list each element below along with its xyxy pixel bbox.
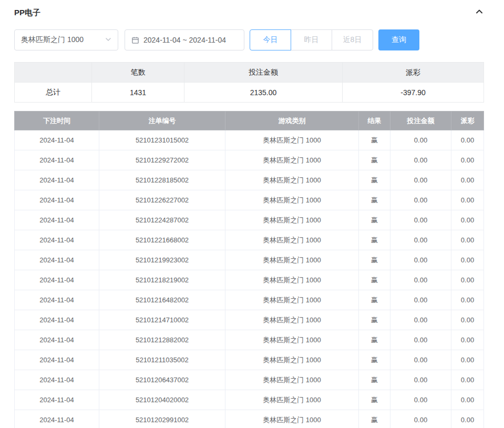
cell-game-type: 奥林匹斯之门 1000 xyxy=(225,330,359,350)
summary-header-row: 笔数 投注金额 派彩 xyxy=(15,63,484,83)
cell-payout: 0.00 xyxy=(451,170,484,190)
cell-payout: 0.00 xyxy=(451,130,484,150)
cell-payout: 0.00 xyxy=(451,230,484,250)
table-row: 2024-11-0452101202991002奥林匹斯之门 1000赢0.00… xyxy=(15,410,484,428)
collapse-button[interactable] xyxy=(475,7,484,18)
cell-bet-time: 2024-11-04 xyxy=(15,310,99,330)
cell-bet-time: 2024-11-04 xyxy=(15,190,99,210)
table-row: 2024-11-0452101204020002奥林匹斯之门 1000赢0.00… xyxy=(15,390,484,410)
cell-order-id: 52101219923002 xyxy=(99,250,225,270)
cell-bet-amount: 0.00 xyxy=(390,170,451,190)
cell-bet-time: 2024-11-04 xyxy=(15,230,99,250)
cell-bet-amount: 0.00 xyxy=(390,390,451,410)
cell-bet-amount: 0.00 xyxy=(390,130,451,150)
summary-total-row: 总计 1431 2135.00 -397.90 xyxy=(15,83,484,103)
cell-order-id: 52101231015002 xyxy=(99,130,225,150)
panel-title: PP电子 xyxy=(14,8,40,18)
cell-game-type: 奥林匹斯之门 1000 xyxy=(225,210,359,230)
cell-bet-time: 2024-11-04 xyxy=(15,330,99,350)
cell-result: 赢 xyxy=(359,170,390,190)
summary-header-bet-amount: 投注金额 xyxy=(184,63,343,83)
cell-result: 赢 xyxy=(359,250,390,270)
summary-header-count: 笔数 xyxy=(92,63,184,83)
cell-payout: 0.00 xyxy=(451,290,484,310)
cell-payout: 0.00 xyxy=(451,270,484,290)
table-row: 2024-11-0452101226227002奥林匹斯之门 1000赢0.00… xyxy=(15,190,484,210)
cell-payout: 0.00 xyxy=(451,330,484,350)
cell-game-type: 奥林匹斯之门 1000 xyxy=(225,250,359,270)
table-row: 2024-11-0452101221668002奥林匹斯之门 1000赢0.00… xyxy=(15,230,484,250)
cell-bet-time: 2024-11-04 xyxy=(15,210,99,230)
bet-records-table: 下注时间 注单编号 游戏类别 结果 投注金额 派彩 2024-11-045210… xyxy=(14,111,484,428)
panel-header: PP电子 xyxy=(14,6,484,19)
cell-bet-amount: 0.00 xyxy=(390,290,451,310)
table-row: 2024-11-0452101214710002奥林匹斯之门 1000赢0.00… xyxy=(15,310,484,330)
cell-payout: 0.00 xyxy=(451,370,484,390)
quick-date-button-group: 今日 昨日 近8日 xyxy=(250,29,373,50)
cell-payout: 0.00 xyxy=(451,150,484,170)
cell-game-type: 奥林匹斯之门 1000 xyxy=(225,270,359,290)
header-order-id: 注单编号 xyxy=(99,111,225,130)
cell-result: 赢 xyxy=(359,390,390,410)
table-body: 2024-11-0452101231015002奥林匹斯之门 1000赢0.00… xyxy=(15,130,484,428)
header-bet-amount: 投注金额 xyxy=(390,111,451,130)
table-row: 2024-11-0452101212882002奥林匹斯之门 1000赢0.00… xyxy=(15,330,484,350)
cell-result: 赢 xyxy=(359,370,390,390)
cell-bet-amount: 0.00 xyxy=(390,210,451,230)
cell-payout: 0.00 xyxy=(451,190,484,210)
cell-order-id: 52101212882002 xyxy=(99,330,225,350)
today-button[interactable]: 今日 xyxy=(250,29,291,50)
cell-game-type: 奥林匹斯之门 1000 xyxy=(225,310,359,330)
table-row: 2024-11-0452101218219002奥林匹斯之门 1000赢0.00… xyxy=(15,270,484,290)
table-row: 2024-11-0452101206437002奥林匹斯之门 1000赢0.00… xyxy=(15,370,484,390)
cell-order-id: 52101202991002 xyxy=(99,410,225,428)
cell-game-type: 奥林匹斯之门 1000 xyxy=(225,130,359,150)
table-row: 2024-11-0452101228185002奥林匹斯之门 1000赢0.00… xyxy=(15,170,484,190)
summary-header-empty xyxy=(15,63,92,83)
cell-game-type: 奥林匹斯之门 1000 xyxy=(225,190,359,210)
cell-bet-time: 2024-11-04 xyxy=(15,410,99,428)
pp-slots-panel: PP电子 奥林匹斯之门 1000 2024-11-04 ~ 2024-11-04… xyxy=(0,0,504,428)
cell-order-id: 52101211035002 xyxy=(99,350,225,370)
cell-game-type: 奥林匹斯之门 1000 xyxy=(225,390,359,410)
cell-bet-amount: 0.00 xyxy=(390,370,451,390)
summary-total-count: 1431 xyxy=(92,83,184,103)
cell-bet-time: 2024-11-04 xyxy=(15,390,99,410)
cell-payout: 0.00 xyxy=(451,210,484,230)
table-row: 2024-11-0452101224287002奥林匹斯之门 1000赢0.00… xyxy=(15,210,484,230)
cell-payout: 0.00 xyxy=(451,310,484,330)
cell-bet-time: 2024-11-04 xyxy=(15,290,99,310)
cell-bet-amount: 0.00 xyxy=(390,350,451,370)
cell-order-id: 52101206437002 xyxy=(99,370,225,390)
date-range-picker[interactable]: 2024-11-04 ~ 2024-11-04 xyxy=(125,29,244,50)
cell-order-id: 52101224287002 xyxy=(99,210,225,230)
cell-bet-time: 2024-11-04 xyxy=(15,130,99,150)
calendar-icon xyxy=(131,36,139,44)
cell-game-type: 奥林匹斯之门 1000 xyxy=(225,350,359,370)
last-8-days-button[interactable]: 近8日 xyxy=(332,29,373,50)
cell-order-id: 52101226227002 xyxy=(99,190,225,210)
header-payout: 派彩 xyxy=(451,111,484,130)
table-row: 2024-11-0452101231015002奥林匹斯之门 1000赢0.00… xyxy=(15,130,484,150)
cell-game-type: 奥林匹斯之门 1000 xyxy=(225,170,359,190)
cell-payout: 0.00 xyxy=(451,410,484,428)
cell-order-id: 52101218219002 xyxy=(99,270,225,290)
filter-bar: 奥林匹斯之门 1000 2024-11-04 ~ 2024-11-04 今日 昨… xyxy=(14,29,484,50)
cell-bet-time: 2024-11-04 xyxy=(15,170,99,190)
game-select[interactable]: 奥林匹斯之门 1000 xyxy=(14,29,118,50)
cell-game-type: 奥林匹斯之门 1000 xyxy=(225,370,359,390)
search-button[interactable]: 查询 xyxy=(378,29,419,50)
cell-result: 赢 xyxy=(359,150,390,170)
cell-result: 赢 xyxy=(359,230,390,250)
table-header-row: 下注时间 注单编号 游戏类别 结果 投注金额 派彩 xyxy=(15,111,484,130)
yesterday-button[interactable]: 昨日 xyxy=(291,29,332,50)
cell-bet-time: 2024-11-04 xyxy=(15,370,99,390)
cell-game-type: 奥林匹斯之门 1000 xyxy=(225,230,359,250)
cell-bet-time: 2024-11-04 xyxy=(15,150,99,170)
cell-result: 赢 xyxy=(359,350,390,370)
cell-result: 赢 xyxy=(359,270,390,290)
cell-bet-amount: 0.00 xyxy=(390,190,451,210)
header-result: 结果 xyxy=(359,111,390,130)
cell-bet-amount: 0.00 xyxy=(390,310,451,330)
cell-result: 赢 xyxy=(359,330,390,350)
